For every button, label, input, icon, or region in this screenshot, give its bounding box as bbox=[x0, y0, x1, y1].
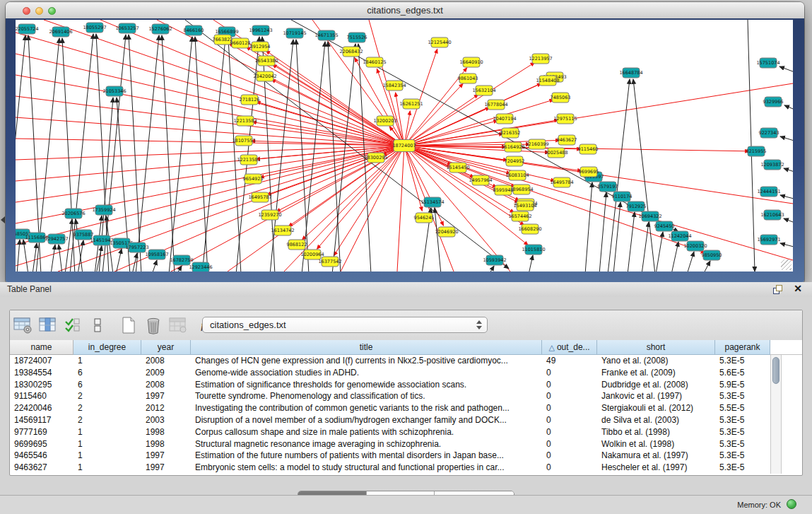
table-cell[interactable]: 0 bbox=[542, 390, 597, 402]
table-cell[interactable]: 5.3E-5 bbox=[715, 390, 770, 402]
table-cell[interactable]: Dudbridge et al. (2008) bbox=[597, 379, 715, 391]
table-cell[interactable]: 0 bbox=[542, 367, 597, 379]
table-cell[interactable]: 5.3E-5 bbox=[715, 462, 770, 474]
column-header-pagerank[interactable]: pagerank bbox=[715, 340, 770, 355]
create-table-button[interactable] bbox=[117, 314, 140, 337]
table-row[interactable]: 977716911998Corpus callosum shape and si… bbox=[10, 426, 802, 438]
table-cell[interactable]: 0 bbox=[542, 438, 597, 450]
table-cell[interactable]: Estimation of the future numbers of pati… bbox=[191, 450, 542, 462]
table-cell[interactable]: 6 bbox=[73, 379, 141, 391]
table-cell[interactable]: 1997 bbox=[141, 450, 191, 462]
show-columns-button[interactable] bbox=[37, 314, 59, 337]
table-cell[interactable]: 9777169 bbox=[10, 426, 73, 438]
table-cell[interactable]: 2008 bbox=[141, 379, 191, 391]
table-cell[interactable]: 0 bbox=[542, 426, 597, 438]
table-cell[interactable]: Structural magnetic resonance image aver… bbox=[191, 438, 542, 450]
table-cell[interactable]: 5.6E-5 bbox=[715, 367, 770, 379]
table-cell[interactable]: 5.3E-5 bbox=[715, 450, 770, 462]
table-row[interactable]: 2242004622012Investigating the contribut… bbox=[10, 402, 802, 414]
window-resize-grip[interactable] bbox=[781, 259, 792, 270]
table-cell[interactable]: 0 bbox=[542, 462, 597, 474]
table-cell[interactable]: Estimation of significance thresholds fo… bbox=[191, 379, 542, 391]
table-cell[interactable]: 2 bbox=[73, 402, 141, 414]
table-row[interactable]: 969969511998Structural magnetic resonanc… bbox=[10, 438, 802, 450]
table-cell[interactable]: 0 bbox=[542, 379, 597, 391]
table-cell[interactable]: Tourette syndrome. Phenomenology and cla… bbox=[191, 390, 542, 402]
table-cell[interactable]: Wolkin et al. (1998) bbox=[597, 438, 715, 450]
table-cell[interactable]: 9115460 bbox=[10, 390, 73, 402]
table-cell[interactable]: 2003 bbox=[141, 414, 191, 426]
network-graph-svg[interactable]: 1872400722055724206914061805529710653257… bbox=[16, 20, 793, 271]
table-cell[interactable]: 2012 bbox=[141, 402, 191, 414]
delete-table-button[interactable] bbox=[142, 314, 165, 337]
table-cell[interactable]: 0 bbox=[542, 402, 597, 414]
table-cell[interactable]: 2 bbox=[73, 390, 141, 402]
table-select-dropdown[interactable]: citations_edges.txt bbox=[202, 317, 488, 333]
column-header-in-degree[interactable]: in_degree bbox=[73, 340, 141, 355]
table-cell[interactable]: 49 bbox=[542, 355, 597, 367]
table-vertical-scrollbar[interactable] bbox=[770, 355, 782, 474]
table-row[interactable]: 1456911722003Disruption of a novel membe… bbox=[10, 414, 802, 426]
table-cell[interactable]: 5.3E-5 bbox=[715, 355, 770, 367]
collapse-panel-arrow-icon[interactable] bbox=[1, 216, 5, 223]
table-cell[interactable]: 9463627 bbox=[10, 462, 73, 474]
table-row[interactable]: 1872400712008Changes of HCN gene express… bbox=[10, 355, 802, 367]
table-cell[interactable]: Tibbo et al. (1998) bbox=[597, 426, 715, 438]
table-cell[interactable]: 2 bbox=[73, 414, 141, 426]
table-cell[interactable]: Hescheler et al. (1997) bbox=[597, 462, 715, 474]
table-cell[interactable]: 14569117 bbox=[10, 414, 73, 426]
scrollbar-thumb[interactable] bbox=[772, 357, 779, 384]
column-header-year[interactable]: year bbox=[141, 340, 191, 355]
table-cell[interactable]: 18300295 bbox=[10, 379, 73, 391]
column-header-title[interactable]: title bbox=[191, 340, 542, 355]
table-cell[interactable]: Franke et al. (2009) bbox=[597, 367, 715, 379]
float-panel-icon[interactable] bbox=[773, 285, 782, 294]
table-cell[interactable]: Nakamura et al. (1997) bbox=[597, 450, 715, 462]
table-cell[interactable]: 6 bbox=[73, 367, 141, 379]
table-settings-button[interactable] bbox=[12, 314, 35, 337]
table-row[interactable]: 946554611997Estimation of the future num… bbox=[10, 450, 802, 462]
table-cell[interactable]: 5.3E-5 bbox=[715, 414, 770, 426]
column-header-out-de-[interactable]: △out_de... bbox=[542, 340, 597, 355]
table-cell[interactable]: 0 bbox=[542, 414, 597, 426]
table-cell[interactable]: Jankovic et al. (1997) bbox=[597, 390, 715, 402]
window-titlebar[interactable]: citations_edges.txt bbox=[6, 2, 804, 19]
table-cell[interactable]: 5.3E-5 bbox=[715, 438, 770, 450]
table-cell[interactable]: 2009 bbox=[141, 367, 191, 379]
table-cell[interactable]: 1998 bbox=[141, 426, 191, 438]
table-cell[interactable]: Corpus callosum shape and size in male p… bbox=[191, 426, 542, 438]
table-cell[interactable]: 9465546 bbox=[10, 450, 73, 462]
table-cell[interactable]: Investigating the contribution of common… bbox=[191, 402, 542, 414]
table-cell[interactable]: Genome-wide association studies in ADHD. bbox=[191, 367, 542, 379]
import-table-button[interactable] bbox=[167, 314, 189, 337]
close-panel-icon[interactable]: ✕ bbox=[794, 283, 802, 294]
row-height-button[interactable] bbox=[86, 314, 109, 337]
table-cell[interactable]: 1 bbox=[73, 462, 141, 474]
table-cell[interactable]: 0 bbox=[542, 450, 597, 462]
table-cell[interactable]: 18724007 bbox=[10, 355, 73, 367]
table-row[interactable]: 946362711997Embryonic stem cells: a mode… bbox=[10, 462, 802, 474]
table-cell[interactable]: 1997 bbox=[141, 462, 191, 474]
table-cell[interactable]: 1 bbox=[73, 438, 141, 450]
table-cell[interactable]: 1 bbox=[73, 426, 141, 438]
table-cell[interactable]: 1997 bbox=[141, 390, 191, 402]
table-cell[interactable]: 1 bbox=[73, 355, 141, 367]
table-row[interactable]: 1938455462009Genome-wide association stu… bbox=[10, 367, 802, 379]
table-cell[interactable]: 22420046 bbox=[10, 402, 73, 414]
table-cell[interactable]: 5.9E-5 bbox=[715, 379, 770, 391]
table-cell[interactable]: Yano et al. (2008) bbox=[597, 355, 715, 367]
table-cell[interactable]: 19384554 bbox=[10, 367, 73, 379]
select-rows-button[interactable] bbox=[61, 314, 84, 337]
table-cell[interactable]: 1998 bbox=[141, 438, 191, 450]
table-cell[interactable]: 5.5E-5 bbox=[715, 402, 770, 414]
network-canvas[interactable]: 1872400722055724206914061805529710653257… bbox=[16, 20, 793, 271]
table-cell[interactable]: Changes of HCN gene expression and I(f) … bbox=[191, 355, 542, 367]
table-row[interactable]: 1830029562008Estimation of significance … bbox=[10, 379, 802, 391]
table-cell[interactable]: Disruption of a novel member of a sodium… bbox=[191, 414, 542, 426]
table-row[interactable]: 911546021997Tourette syndrome. Phenomeno… bbox=[10, 390, 802, 402]
table-cell[interactable]: 1 bbox=[73, 450, 141, 462]
table-cell[interactable]: de Silva et al. (2003) bbox=[597, 414, 715, 426]
table-cell[interactable]: Embryonic stem cells: a model to study s… bbox=[191, 462, 542, 474]
table-cell[interactable]: 5.3E-5 bbox=[715, 426, 770, 438]
memory-ok-indicator[interactable] bbox=[787, 499, 796, 509]
